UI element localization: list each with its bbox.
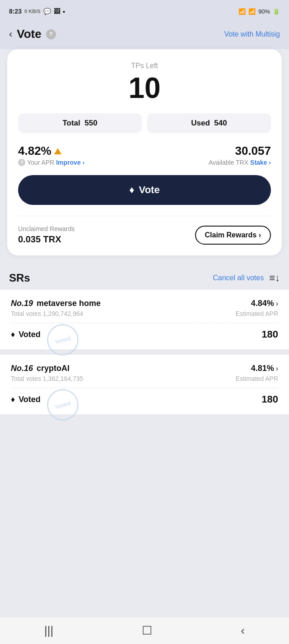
sr-votes-row-1: Total votes 1,290,742,964 Estimated APR <box>11 310 278 317</box>
claim-label: Claim Rewards › <box>205 231 261 239</box>
vote-icon: ♦ <box>129 184 134 196</box>
sr-apr-value-1: 4.84% <box>251 299 274 308</box>
cancel-all-votes-button[interactable]: Cancel all votes <box>213 274 264 282</box>
sr-total-votes-2: Total votes 1,362,164,735 <box>11 375 83 382</box>
help-icon[interactable]: ? <box>46 29 56 39</box>
rewards-label: Unclaimed Rewards <box>18 225 75 232</box>
voted-count-1: 180 <box>261 329 278 340</box>
status-time: 8:23 <box>9 8 22 15</box>
tps-label: TPs Left <box>18 62 271 70</box>
status-kbs: 0 KB/S <box>24 9 40 14</box>
stats-row: Total 550 Used 540 <box>18 113 271 133</box>
status-right: 📶 📶 90% 🔋 <box>238 8 280 15</box>
battery-icon: 🔋 <box>273 8 280 15</box>
used-value: 540 <box>214 119 227 127</box>
apr-help-icon[interactable]: ? <box>18 159 25 166</box>
tps-section: TPs Left 10 <box>18 62 271 102</box>
sr-estimated-2: Estimated APR <box>236 375 278 382</box>
improve-link[interactable]: Improve › <box>56 159 84 166</box>
sr-number-1: No.19 <box>11 299 33 308</box>
status-bar: 8:23 0 KB/S 💬 🖼 ● 📶 📶 90% 🔋 <box>0 0 289 23</box>
vote-button[interactable]: ♦ Vote <box>18 175 271 205</box>
sr-top-row-2: No.16 cryptoAI 4.81% › <box>11 364 278 373</box>
divider-1 <box>11 323 278 323</box>
voted-label-1: ♦ Voted <box>11 330 41 339</box>
rewards-row: Unclaimed Rewards 0.035 TRX Claim Reward… <box>18 216 271 245</box>
sr-name-1: metaverse home <box>37 299 101 308</box>
sr-chevron-2: › <box>276 365 278 373</box>
sr-name-2: cryptoAI <box>37 364 70 373</box>
signal-icon: 📶 <box>248 8 256 15</box>
apr-sub-label: Your APR <box>27 159 54 166</box>
sr-name-block-1: No.19 metaverse home <box>11 299 101 308</box>
voted-label-2: ♦ Voted <box>11 395 41 404</box>
trx-block: 30.057 Available TRX Stake › <box>209 144 271 166</box>
apr-sub: ? Your APR Improve › <box>18 159 84 166</box>
used-label: Used <box>191 119 210 127</box>
sr-apr-value-2: 4.81% <box>251 364 274 373</box>
vote-button-label: Vote <box>139 184 160 196</box>
sr-top-row-1: No.19 metaverse home 4.84% › <box>11 299 278 308</box>
voted-icon-1: ♦ <box>11 330 15 339</box>
sr-card-2: No.16 cryptoAI 4.81% › Total votes 1,362… <box>0 355 289 414</box>
page-title: Vote <box>17 27 41 41</box>
nav-bar: ||| ☐ ‹ <box>0 617 289 644</box>
sr-votes-row-2: Total votes 1,362,164,735 Estimated APR <box>11 375 278 382</box>
rewards-amount: 0.035 TRX <box>18 234 75 245</box>
status-left: 8:23 0 KB/S 💬 🖼 ● <box>9 8 65 15</box>
voted-text-2: Voted <box>19 395 41 404</box>
multisig-link[interactable]: Vote with Multisig <box>224 30 280 38</box>
voted-text-1: Voted <box>19 330 41 339</box>
apr-number: 4.82% <box>18 144 51 158</box>
gallery-icon: 🖼 <box>54 8 60 15</box>
voted-count-2: 180 <box>261 394 278 405</box>
sr-estimated-1: Estimated APR <box>236 310 278 317</box>
total-pill: Total 550 <box>18 113 142 133</box>
total-label: Total <box>62 119 80 127</box>
sort-icon[interactable]: ≡↓ <box>269 272 280 284</box>
whatsapp-icon: 💬 <box>43 8 51 15</box>
voted-icon-2: ♦ <box>11 395 15 404</box>
sr-name-block-2: No.16 cryptoAI <box>11 364 70 373</box>
divider-2 <box>11 388 278 388</box>
trx-sub: Available TRX Stake › <box>209 159 271 166</box>
rewards-left: Unclaimed Rewards 0.035 TRX <box>18 225 75 245</box>
nav-back-button[interactable]: ‹ <box>241 624 245 638</box>
wifi-icon: 📶 <box>238 8 246 15</box>
main-card: TPs Left 10 Total 550 Used 540 4.82% ? Y… <box>7 49 282 255</box>
apr-trx-row: 4.82% ? Your APR Improve › 30.057 Availa… <box>18 144 271 166</box>
sr-number-2: No.16 <box>11 364 33 373</box>
apr-block: 4.82% ? Your APR Improve › <box>18 144 84 166</box>
srs-header: SRs Cancel all votes ≡↓ <box>0 263 289 290</box>
sr-voted-row-1: ♦ Voted Voted 180 <box>11 329 278 340</box>
header-left: ‹ Vote ? <box>9 27 56 41</box>
sr-apr-2[interactable]: 4.81% › <box>251 364 278 373</box>
back-button[interactable]: ‹ <box>9 28 12 40</box>
battery-text: 90% <box>258 8 270 15</box>
voted-stamp-2: Voted <box>43 385 82 424</box>
srs-title: SRs <box>9 272 30 284</box>
voted-stamp-1: Voted <box>43 320 82 359</box>
apr-value-display: 4.82% <box>18 144 61 158</box>
sr-voted-row-2: ♦ Voted Voted 180 <box>11 394 278 405</box>
sr-card-1: No.19 metaverse home 4.84% › Total votes… <box>0 290 289 349</box>
header: ‹ Vote ? Vote with Multisig <box>0 23 289 49</box>
trx-sub-label: Available TRX <box>209 159 248 166</box>
nav-home-button[interactable]: ☐ <box>142 624 152 638</box>
used-pill: Used 540 <box>147 113 271 133</box>
sr-total-votes-1: Total votes 1,290,742,964 <box>11 310 83 317</box>
nav-menu-button[interactable]: ||| <box>44 624 53 638</box>
sr-apr-1[interactable]: 4.84% › <box>251 299 278 308</box>
tps-value: 10 <box>18 74 271 102</box>
srs-actions: Cancel all votes ≡↓ <box>213 272 280 284</box>
trx-number: 30.057 <box>235 144 271 158</box>
claim-rewards-button[interactable]: Claim Rewards › <box>195 226 271 245</box>
sr-list: No.19 metaverse home 4.84% › Total votes… <box>0 290 289 414</box>
dot-icon: ● <box>63 9 65 14</box>
sr-chevron-1: › <box>276 300 278 308</box>
stake-link[interactable]: Stake › <box>250 159 271 166</box>
total-value: 550 <box>84 119 97 127</box>
trend-up-icon <box>54 148 61 154</box>
